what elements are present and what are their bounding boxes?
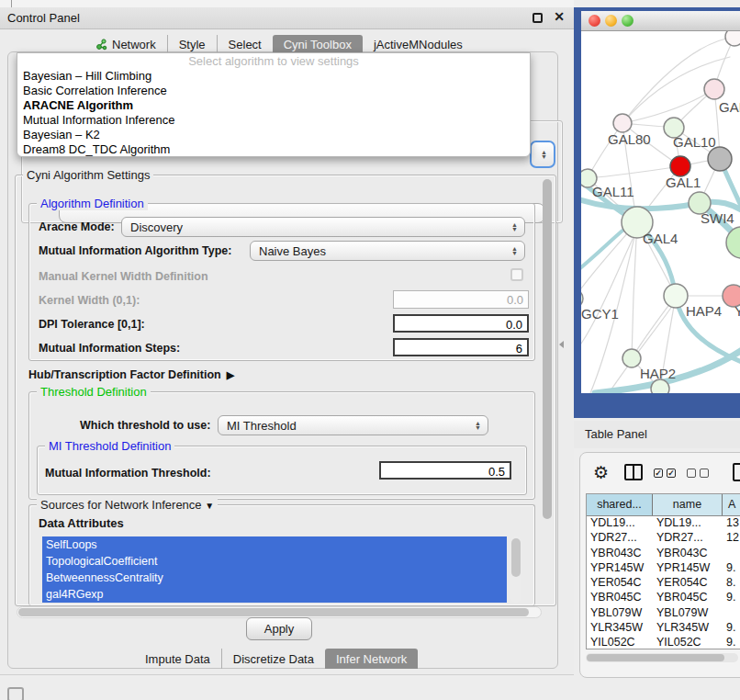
node-label: GCY1 bbox=[581, 306, 619, 322]
split-pane-collapse-icon[interactable] bbox=[559, 341, 564, 348]
attribute-item[interactable]: SelfLoops bbox=[42, 536, 507, 553]
data-attributes-list[interactable]: SelfLoopsTopologicalCoefficientBetweenne… bbox=[42, 536, 507, 603]
algorithm-option[interactable]: Bayesian – Hill Climbing bbox=[17, 69, 530, 84]
close-traffic-light-icon[interactable] bbox=[589, 15, 600, 27]
panel-tabs: Network Style Select Cyni Toolbox jActiv… bbox=[84, 35, 474, 54]
network-node[interactable] bbox=[670, 156, 690, 176]
network-node[interactable] bbox=[622, 349, 641, 367]
hub-definition-label: Hub/Transcription Factor Definition bbox=[28, 368, 221, 381]
node-label: GAL1 bbox=[666, 175, 701, 190]
algorithm-option[interactable]: Mutual Information Inference bbox=[17, 113, 530, 128]
network-canvas[interactable]: GALGAL80GAL10GAL1GAL11SWI4GAL4GCY1HAP4YH… bbox=[581, 31, 740, 393]
which-threshold-select[interactable]: MI Threshold ▲▼ bbox=[218, 415, 488, 435]
table-cell: YDL19... bbox=[653, 516, 723, 531]
threshold-definition-group: Threshold Definition Which threshold to … bbox=[28, 391, 535, 500]
document-icon[interactable] bbox=[733, 463, 740, 481]
dpi-tolerance-field[interactable]: 0.0 bbox=[393, 314, 529, 333]
table-panel-titlebar: Table Panel bbox=[574, 421, 740, 448]
scrollbar-thumb[interactable] bbox=[587, 654, 724, 661]
tab-discretize-data[interactable]: Discretize Data bbox=[221, 649, 325, 669]
tab-infer-network[interactable]: Infer Network bbox=[325, 649, 418, 669]
sources-group-title[interactable]: Sources for Network Inference ▼ bbox=[37, 498, 218, 512]
attribute-item[interactable]: BetweennessCentrality bbox=[42, 570, 507, 586]
tab-impute-data[interactable]: Impute Data bbox=[134, 649, 221, 669]
aracne-mode-value: Discovery bbox=[130, 220, 183, 234]
gear-icon[interactable]: ⚙ bbox=[593, 462, 609, 483]
network-window-titlebar[interactable] bbox=[581, 11, 740, 31]
algorithm-option[interactable]: Bayesian – K2 bbox=[17, 128, 530, 142]
scrollbar-thumb[interactable] bbox=[511, 538, 521, 577]
tab-cyni-toolbox[interactable]: Cyni Toolbox bbox=[273, 35, 363, 54]
checkbox-unchecked-icon[interactable] bbox=[700, 469, 709, 478]
column-header-partial[interactable]: A bbox=[723, 494, 740, 515]
minimized-panel-icon[interactable] bbox=[7, 687, 24, 700]
scrollbar-thumb[interactable] bbox=[18, 608, 529, 616]
table-cell: YBL079W bbox=[653, 606, 723, 621]
table-cell: YLR345W bbox=[587, 621, 653, 636]
network-node[interactable] bbox=[704, 79, 724, 99]
algorithm-option[interactable]: ARACNE Algorithm bbox=[17, 98, 530, 113]
table-row[interactable]: YBR045CYBR045C9. bbox=[587, 591, 740, 605]
checkbox-checked-icon[interactable]: ✓ bbox=[654, 469, 663, 478]
aracne-mode-label: Aracne Mode: bbox=[39, 220, 115, 233]
table-cell: 8. bbox=[723, 576, 740, 591]
attribute-item[interactable]: TopologicalCoefficient bbox=[42, 553, 507, 570]
tab-style[interactable]: Style bbox=[167, 35, 217, 54]
checkbox-unchecked-icon[interactable] bbox=[687, 469, 696, 478]
stepper-arrows-icon: ▲▼ bbox=[511, 222, 518, 231]
split-columns-icon[interactable] bbox=[624, 464, 643, 480]
table-row[interactable]: YLR345WYLR345W9. bbox=[587, 621, 740, 636]
close-icon[interactable]: ✕ bbox=[554, 9, 565, 24]
table-cell: YIL052C bbox=[587, 636, 653, 649]
table-row[interactable]: YIL052CYIL052C9. bbox=[587, 636, 740, 649]
hub-definition-toggle[interactable]: Hub/Transcription Factor Definition▶ bbox=[28, 368, 234, 381]
network-edge[interactable] bbox=[581, 235, 634, 344]
table-row[interactable]: YBL079WYBL079W bbox=[587, 606, 740, 621]
algorithm-option[interactable]: Dream8 DC_TDC Algorithm bbox=[17, 142, 530, 157]
network-node[interactable] bbox=[613, 114, 632, 132]
network-edge[interactable] bbox=[632, 222, 637, 358]
table-row[interactable]: YER054CYER054C8. bbox=[587, 576, 740, 591]
mi-threshold-field[interactable]: 0.5 bbox=[379, 461, 511, 480]
table-cell bbox=[723, 606, 740, 621]
attribute-item[interactable]: gal4RGexp bbox=[42, 586, 507, 603]
table-cell: YBR043C bbox=[653, 547, 723, 561]
table-cell: YBL079W bbox=[587, 606, 653, 621]
kernel-width-field[interactable]: 0.0 bbox=[393, 290, 529, 309]
checkbox-checked-icon[interactable]: ✓ bbox=[667, 469, 676, 478]
mi-type-select[interactable]: Naive Bayes ▲▼ bbox=[250, 241, 525, 261]
network-node[interactable] bbox=[581, 289, 583, 308]
apply-button[interactable]: Apply bbox=[246, 617, 312, 640]
tab-select[interactable]: Select bbox=[217, 35, 273, 54]
attributes-scrollbar[interactable] bbox=[510, 536, 521, 603]
zoom-traffic-light-icon[interactable] bbox=[622, 15, 633, 27]
table-row[interactable]: YDL19...YDL19...13 bbox=[587, 516, 740, 531]
scrollbar-thumb[interactable] bbox=[543, 179, 552, 519]
network-node[interactable] bbox=[664, 284, 688, 308]
table-row[interactable]: YBR043CYBR043C bbox=[587, 547, 740, 561]
table-row[interactable]: YPR145WYPR145W9. bbox=[587, 561, 740, 576]
table-horizontal-scrollbar[interactable] bbox=[586, 653, 738, 662]
node-label: SWI4 bbox=[701, 210, 734, 226]
expand-arrow-icon: ▶ bbox=[227, 369, 234, 381]
network-edge[interactable] bbox=[581, 231, 622, 272]
settings-scrollbar[interactable] bbox=[542, 179, 553, 602]
tab-network[interactable]: Network bbox=[84, 35, 167, 54]
tab-jactivemnodules[interactable]: jActiveMNodules bbox=[363, 35, 474, 54]
minimize-traffic-light-icon[interactable] bbox=[605, 15, 617, 27]
stepper-arrows-icon: ▲▼ bbox=[475, 421, 481, 430]
column-header-shared-name[interactable]: shared... bbox=[587, 494, 653, 515]
column-header-name[interactable]: name bbox=[653, 494, 723, 515]
algorithm-option[interactable]: Basic Correlation Inference bbox=[17, 84, 530, 98]
network-node[interactable] bbox=[725, 31, 740, 46]
manual-kernel-checkbox[interactable] bbox=[510, 268, 523, 281]
table-cell: 12 bbox=[723, 531, 740, 546]
node-table[interactable]: shared... name A YDL19...YDL19...13YDR27… bbox=[586, 493, 740, 649]
tab-impute-data-label: Impute Data bbox=[145, 652, 210, 666]
network-node[interactable] bbox=[708, 147, 732, 171]
mi-steps-field[interactable]: 6 bbox=[393, 338, 529, 356]
aracne-mode-select[interactable]: Discovery ▲▼ bbox=[121, 217, 525, 237]
float-panel-icon[interactable] bbox=[533, 13, 543, 23]
network-node[interactable] bbox=[651, 379, 669, 393]
table-row[interactable]: YDR27...YDR27...12 bbox=[587, 531, 740, 546]
